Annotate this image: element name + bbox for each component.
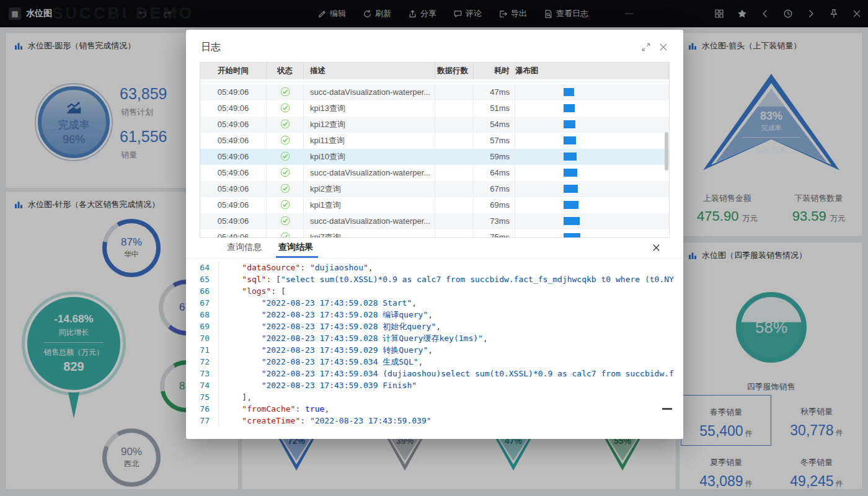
cell-status (267, 181, 304, 197)
cell-description: succ-dataVisualization-waterper... (304, 84, 435, 100)
code-text: "sql": ["select sum(t0.XSSL)*0.9 as calc… (218, 273, 674, 285)
code-line: 68 "2022-08-23 17:43:59.028 编译query", (186, 309, 683, 321)
result-tabs: 查询信息 查询结果 (186, 237, 683, 259)
cell-description: kpi11查询 (304, 133, 435, 149)
success-status-icon (280, 87, 290, 97)
line-number: 68 (186, 309, 218, 321)
expand-icon[interactable] (641, 42, 651, 52)
column-header: 瀑布图 (515, 63, 669, 79)
cell-waterfall (515, 197, 669, 213)
column-header: 状态 (267, 63, 304, 79)
column-header: 开始时间 (200, 63, 267, 79)
table-scrollbar[interactable] (665, 132, 668, 170)
code-text: "logs": [ (218, 285, 286, 297)
cell-description: succ-dataVisualization-waterper... (304, 213, 435, 229)
success-status-icon (280, 200, 290, 210)
waterfall-bar (564, 153, 577, 161)
line-number: 72 (186, 356, 218, 368)
cell-start-time: 05:49:06 (200, 149, 267, 165)
cell-row-count (435, 149, 474, 165)
code-line: 67 "2022-08-23 17:43:59.028 Start", (186, 297, 683, 309)
cell-status (267, 100, 304, 117)
cell-waterfall (515, 84, 669, 100)
log-table-body: 05:49:06succ-dataVisualization-waterper.… (200, 81, 669, 237)
cell-status (267, 165, 304, 181)
cell-duration: 51ms (474, 100, 515, 117)
line-number: 71 (186, 344, 218, 356)
success-status-icon (280, 103, 290, 113)
table-row[interactable]: 05:49:06kpi2查询67ms (200, 181, 669, 197)
line-number: 66 (186, 285, 218, 297)
code-line: 70 "2022-08-23 17:43:59.028 计算Query缓存key… (186, 332, 683, 344)
cell-status (267, 117, 304, 133)
code-text: "2022-08-23 17:43:59.034 (dujiaoshou)sel… (218, 368, 674, 379)
code-viewer[interactable]: 64 "dataSource": "dujiaoshou",65 "sql": … (186, 259, 683, 437)
cell-row-count (435, 133, 474, 149)
cell-duration: 54ms (474, 117, 515, 133)
line-number: 65 (186, 273, 218, 285)
code-line: 74 "2022-08-23 17:43:59.039 Finish" (186, 379, 683, 391)
cell-waterfall (515, 181, 669, 197)
code-line: 66 "logs": [ (186, 285, 683, 297)
table-row[interactable]: 05:49:06succ-dataVisualization-waterper.… (200, 213, 669, 229)
code-line: 64 "dataSource": "dujiaoshou", (186, 262, 683, 273)
success-status-icon (280, 119, 290, 129)
cell-description: succ-dataVisualization-waterper... (304, 165, 435, 181)
cell-duration: 64ms (474, 165, 515, 181)
waterfall-bar (564, 88, 574, 96)
table-row[interactable]: 05:49:06succ-dataVisualization-waterper.… (200, 84, 669, 100)
tab-query-result[interactable]: 查询结果 (278, 242, 313, 253)
success-status-icon (280, 151, 290, 161)
cell-status (267, 84, 304, 100)
waterfall-bar (564, 217, 580, 225)
cell-row-count (435, 84, 474, 100)
cell-row-count (435, 197, 474, 213)
column-header: 描述 (304, 63, 435, 79)
cell-start-time: 05:49:06 (200, 84, 267, 100)
tab-query-info[interactable]: 查询信息 (227, 242, 262, 253)
cell-start-time: 05:49:06 (200, 133, 267, 149)
result-close-icon[interactable] (652, 243, 661, 252)
code-text: "createTime": "2022-08-23 17:43:59.039" (218, 415, 432, 427)
code-text: "2022-08-23 17:43:59.039 Finish" (218, 379, 417, 391)
cell-waterfall (515, 117, 669, 133)
waterfall-bar (564, 120, 575, 128)
log-modal: 日志 开始时间状态描述数据行数耗时瀑布图 05:49:06succ-dataVi… (186, 30, 683, 439)
code-text: "2022-08-23 17:43:59.028 计算Query缓存key(1m… (218, 332, 488, 344)
cell-duration: 69ms (474, 197, 515, 213)
table-row[interactable]: 05:49:06kpi12查询54ms (200, 117, 669, 133)
cell-start-time: 05:49:06 (200, 197, 267, 213)
code-text: "fromCache": true, (218, 403, 329, 415)
waterfall-bar (564, 201, 578, 209)
code-line: 72 "2022-08-23 17:43:59.034 生成SQL", (186, 356, 683, 368)
code-line: 75 ], (186, 391, 683, 403)
table-row[interactable]: 05:49:06kpi13查询51ms (200, 100, 669, 117)
waterfall-bar (564, 104, 575, 112)
code-text: "2022-08-23 17:43:59.028 编译query", (218, 309, 433, 321)
code-text: "dataSource": "dujiaoshou", (218, 262, 373, 273)
cell-start-time: 05:49:06 (200, 100, 267, 117)
code-line: 76 "fromCache": true, (186, 403, 683, 415)
cell-row-count (435, 213, 474, 229)
column-header: 数据行数 (435, 63, 474, 79)
partial-row (200, 81, 669, 83)
cell-start-time: 05:49:06 (200, 181, 267, 197)
cell-row-count (435, 165, 474, 181)
waterfall-bar (564, 169, 577, 177)
table-row[interactable]: 05:49:06succ-dataVisualization-waterper.… (200, 165, 669, 181)
code-line: 71 "2022-08-23 17:43:59.029 转换Query", (186, 344, 683, 356)
code-scrollbar[interactable] (662, 408, 672, 410)
line-number: 74 (186, 379, 218, 391)
table-row[interactable]: 05:49:06kpi11查询57ms (200, 133, 669, 149)
success-status-icon (280, 135, 290, 145)
cell-start-time: 05:49:06 (200, 117, 267, 133)
code-line: 69 "2022-08-23 17:43:59.028 初始化query", (186, 321, 683, 332)
success-status-icon (280, 216, 290, 226)
line-number: 73 (186, 368, 218, 379)
code-text: "2022-08-23 17:43:59.029 转换Query", (218, 344, 433, 356)
table-row[interactable]: 05:49:06kpi10查询59ms (200, 149, 669, 165)
modal-close-icon[interactable] (658, 42, 668, 52)
cell-waterfall (515, 149, 669, 165)
table-row[interactable]: 05:49:06kpi1查询69ms (200, 197, 669, 213)
cell-row-count (435, 181, 474, 197)
